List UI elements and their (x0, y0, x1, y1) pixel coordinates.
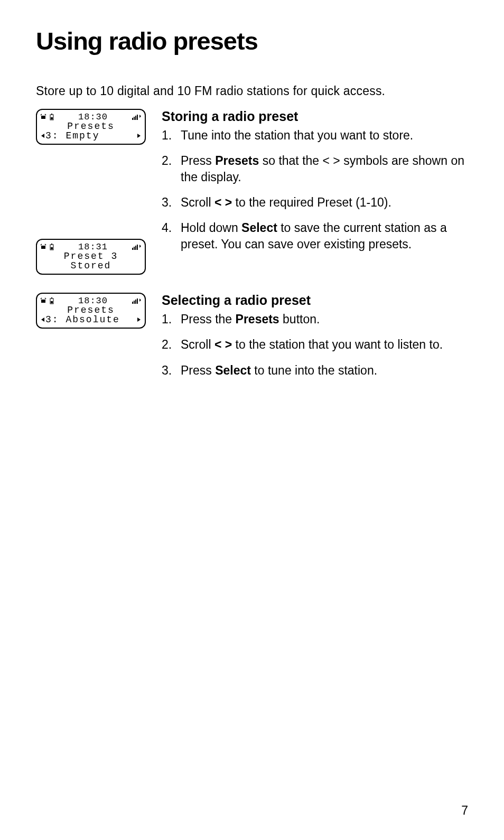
svg-rect-15 (137, 245, 138, 250)
svg-rect-18 (51, 297, 52, 298)
svg-rect-14 (135, 246, 136, 250)
lcd-preset-slot: 3: Absolute (45, 315, 136, 324)
svg-rect-13 (134, 247, 135, 250)
lcd-time: 18:30 (78, 113, 108, 122)
arrow-right-icon (136, 317, 142, 322)
alarm-icon (40, 114, 46, 120)
svg-rect-6 (135, 116, 136, 120)
selecting-heading: Selecting a radio preset (162, 293, 468, 308)
intro-text: Store up to 10 digital and 10 FM radio s… (36, 84, 468, 98)
alarm-icon (40, 297, 46, 304)
signal-icon (132, 244, 142, 250)
arrow-right-icon (136, 133, 142, 138)
storing-heading: Storing a radio preset (162, 109, 468, 124)
svg-rect-16 (41, 300, 45, 303)
alarm-icon (40, 244, 46, 250)
lcd-label-presets: Presets (40, 122, 142, 131)
lcd-column: 18:30 Presets 3: Empty (36, 109, 147, 275)
arrow-left-icon (40, 133, 45, 138)
svg-rect-8 (41, 246, 45, 249)
storing-step-4: Hold down Select to save the current sta… (162, 220, 468, 252)
svg-rect-23 (137, 298, 138, 304)
svg-rect-19 (51, 301, 53, 303)
lcd-time: 18:31 (78, 242, 108, 251)
svg-rect-20 (132, 302, 133, 304)
arrow-left-icon (40, 317, 45, 322)
page-number: 7 (461, 804, 468, 818)
lcd-screen-3: 18:30 Presets 3: Absolute (36, 293, 146, 329)
lcd-time: 18:30 (78, 296, 108, 305)
svg-rect-22 (135, 300, 136, 304)
svg-rect-7 (137, 115, 138, 120)
svg-rect-12 (132, 248, 133, 250)
selecting-step-3: Press Select to tune into the station. (162, 362, 468, 378)
manual-page: Using radio presets Store up to 10 digit… (0, 0, 504, 840)
svg-rect-0 (41, 116, 45, 119)
lcd-screen-2: 18:31 Preset 3 Stored (36, 239, 146, 275)
lcd-screen-1: 18:30 Presets 3: Empty (36, 109, 146, 145)
svg-rect-11 (51, 247, 53, 249)
selecting-step-2: Scroll < > to the station that you want … (162, 337, 468, 352)
signal-icon (132, 297, 142, 304)
storing-step-3: Scroll < > to the required Preset (1-10)… (162, 194, 468, 210)
svg-rect-5 (134, 117, 135, 120)
svg-rect-3 (51, 117, 53, 119)
selecting-step-1: Press the Presets button. (162, 311, 468, 327)
section-storing: 18:30 Presets 3: Empty (36, 109, 468, 275)
signal-icon (132, 114, 142, 120)
storing-instructions: Storing a radio preset Tune into the sta… (162, 109, 468, 262)
battery-icon (50, 114, 54, 120)
battery-icon (50, 244, 54, 250)
lcd-label-presets: Presets (40, 305, 142, 315)
storing-step-2: Press Presets so that the < > symbols ar… (162, 153, 468, 185)
svg-rect-10 (51, 244, 52, 245)
page-title: Using radio presets (36, 26, 468, 55)
selecting-instructions: Selecting a radio preset Press the Prese… (162, 293, 468, 388)
lcd-label-stored: Stored (40, 261, 142, 270)
section-selecting: 18:30 Presets 3: Absolute (36, 293, 468, 388)
svg-rect-4 (132, 118, 133, 120)
svg-rect-21 (134, 301, 135, 304)
svg-rect-2 (51, 114, 52, 115)
lcd-column-2: 18:30 Presets 3: Absolute (36, 293, 147, 329)
battery-icon (50, 297, 54, 304)
lcd-label-preset3: Preset 3 (40, 251, 142, 261)
storing-step-1: Tune into the station that you want to s… (162, 127, 468, 143)
lcd-preset-slot: 3: Empty (45, 131, 136, 141)
